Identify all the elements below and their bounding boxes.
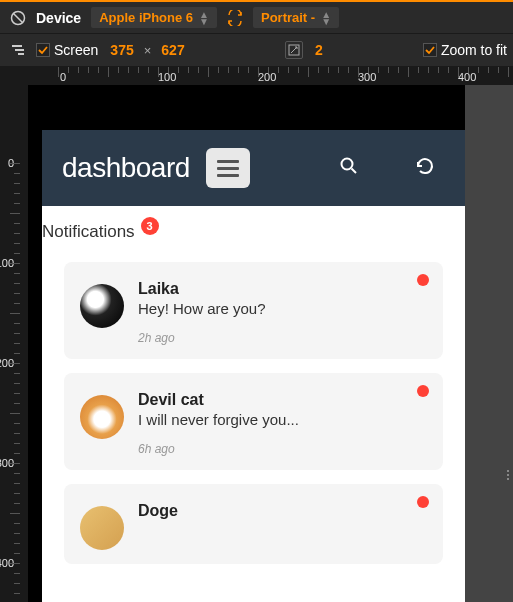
menu-button[interactable] [206,148,250,188]
dpr-icon[interactable] [285,41,303,59]
svg-line-1 [14,13,23,22]
notifications-title: Notifications [42,222,135,242]
checkbox-icon [423,43,437,57]
device-viewport: dashboard Notifications 3 Lai [28,85,465,602]
notification-name: Laika [138,280,427,298]
notifications-header: Notifications 3 [42,222,465,242]
horizontal-ruler: 0 100 200 300 400 [28,67,513,85]
app-body: Notifications 3 Laika Hey! How are you? … [42,206,465,602]
screen-height[interactable]: 627 [161,42,184,58]
drag-handle-icon[interactable] [505,465,511,485]
swap-orientation-icon[interactable] [223,6,247,30]
search-icon[interactable] [339,156,359,180]
notification-time: 6h ago [138,442,427,456]
notification-message: I will never forgive you... [138,411,427,428]
devtools-toolbar: Device Apple iPhone 6 ▲▼ Portrait - ▲▼ S… [0,0,513,66]
avatar [80,284,124,328]
svg-line-7 [352,169,357,174]
device-label: Device [36,10,81,26]
dpr-value[interactable]: 2 [315,42,323,58]
vertical-ruler: 0 100 200 300 400 [0,85,28,602]
select-arrows-icon: ▲▼ [199,11,209,25]
orientation-value: Portrait - [261,10,315,25]
avatar [80,395,124,439]
notification-time: 2h ago [138,331,427,345]
screen-checkbox[interactable]: Screen [36,42,98,58]
notification-name: Devil cat [138,391,427,409]
notification-card[interactable]: Laika Hey! How are you? 2h ago [64,262,443,359]
select-arrows-icon: ▲▼ [321,11,331,25]
refresh-icon[interactable] [415,156,435,180]
notification-message: Hey! How are you? [138,300,427,317]
checkbox-icon [36,43,50,57]
notifications-badge: 3 [141,217,159,235]
right-scrollbar-gutter[interactable] [465,85,513,602]
no-entry-icon[interactable] [6,6,30,30]
app-title: dashboard [62,152,190,184]
zoom-checkbox[interactable]: Zoom to fit [423,42,507,58]
unread-dot-icon [417,385,429,397]
svg-point-6 [342,159,353,170]
avatar [80,506,124,550]
screen-width[interactable]: 375 [110,42,133,58]
svg-rect-4 [18,53,24,55]
zoom-label: Zoom to fit [441,42,507,58]
dimension-separator: × [144,43,152,58]
notifications-list: Laika Hey! How are you? 2h ago Devil cat… [42,262,465,564]
screen-label: Screen [54,42,98,58]
unread-dot-icon [417,496,429,508]
notification-card[interactable]: Doge [64,484,443,564]
unread-dot-icon [417,274,429,286]
ruler-tick-label: 0 [60,71,66,83]
app-header: dashboard [42,130,465,206]
device-select-value: Apple iPhone 6 [99,10,193,25]
notification-name: Doge [138,502,427,520]
svg-rect-3 [15,49,24,51]
device-select[interactable]: Apple iPhone 6 ▲▼ [91,7,217,28]
dock-icon[interactable] [6,38,30,62]
device-screen: dashboard Notifications 3 Lai [42,130,465,602]
orientation-select[interactable]: Portrait - ▲▼ [253,7,339,28]
svg-rect-2 [12,45,22,47]
notification-card[interactable]: Devil cat I will never forgive you... 6h… [64,373,443,470]
